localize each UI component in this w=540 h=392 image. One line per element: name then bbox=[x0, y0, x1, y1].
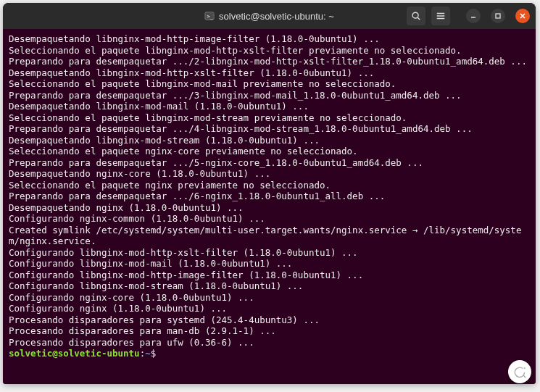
svg-text:>_: >_ bbox=[207, 14, 214, 20]
prompt-user-host: solvetic@solvetic-ubuntu bbox=[9, 348, 140, 359]
menu-button[interactable] bbox=[431, 7, 450, 25]
window-title: solvetic@solvetic-ubuntu: ~ bbox=[219, 11, 334, 22]
help-bubble-icon[interactable] bbox=[508, 360, 531, 383]
terminal-window: >_ solvetic@solvetic-ubuntu: ~ bbox=[3, 3, 536, 384]
minimize-icon bbox=[470, 12, 477, 20]
output-text: Desempaquetando libnginx-mod-http-image-… bbox=[9, 33, 527, 348]
close-button[interactable] bbox=[515, 9, 530, 23]
title-area: >_ solvetic@solvetic-ubuntu: ~ bbox=[204, 11, 334, 22]
search-button[interactable] bbox=[407, 7, 425, 25]
prompt-path: ~ bbox=[145, 348, 151, 359]
terminal-output[interactable]: Desempaquetando libnginx-mod-http-image-… bbox=[3, 29, 536, 384]
titlebar[interactable]: >_ solvetic@solvetic-ubuntu: ~ bbox=[3, 3, 536, 29]
hamburger-icon bbox=[436, 11, 446, 21]
svg-point-2 bbox=[412, 12, 418, 18]
close-icon bbox=[519, 12, 526, 20]
prompt-symbol: $ bbox=[151, 348, 157, 359]
search-icon bbox=[411, 11, 421, 21]
svg-rect-8 bbox=[496, 14, 500, 18]
maximize-button[interactable] bbox=[491, 9, 505, 23]
terminal-icon: >_ bbox=[204, 11, 215, 21]
svg-line-3 bbox=[418, 17, 420, 20]
minimize-button[interactable] bbox=[466, 9, 481, 23]
maximize-icon bbox=[494, 12, 502, 20]
svg-point-11 bbox=[524, 367, 526, 369]
